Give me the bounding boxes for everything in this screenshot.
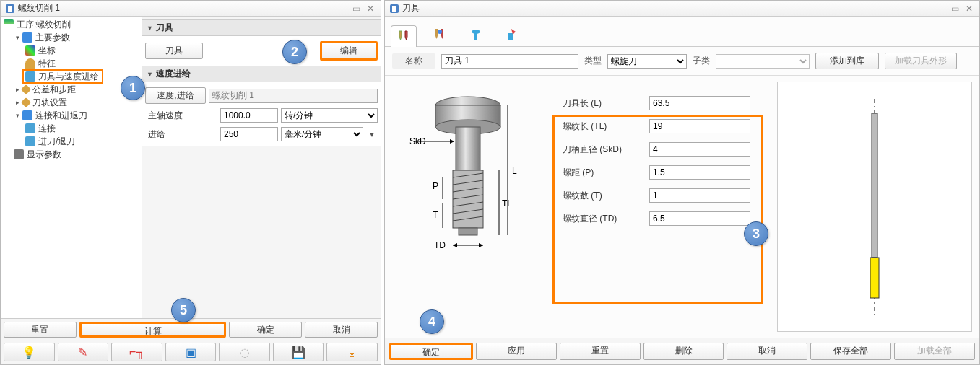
cancel-button[interactable]: 取消	[305, 322, 378, 338]
edit-button[interactable]: 编辑	[320, 41, 378, 61]
calculate-button[interactable]: 计算	[79, 322, 227, 338]
ok-button[interactable]: 确定	[229, 322, 302, 338]
reset-button[interactable]: 重置	[4, 322, 77, 338]
delete-button[interactable]: 删除	[643, 343, 724, 360]
callout-5: 5	[171, 298, 196, 322]
tool-name-input[interactable]	[441, 54, 578, 69]
chevron-down-icon[interactable]: ▾	[14, 34, 21, 41]
tool-preview	[777, 82, 972, 332]
left-titlebar: 螺纹切削 1 ▭ ✕	[1, 1, 381, 17]
feed-unit-select[interactable]: 毫米/分钟	[281, 127, 363, 141]
param-SkD-label: 刀柄直径 (SkD)	[563, 144, 649, 156]
svg-rect-18	[459, 228, 477, 235]
minimize-icon[interactable]: ▭	[350, 4, 362, 14]
folder-icon	[22, 110, 32, 120]
dim-T: T	[433, 210, 438, 220]
param-TL-input[interactable]	[649, 119, 750, 133]
toolpath-red-icon[interactable]: ⌐╖	[111, 343, 162, 361]
feature-icon	[25, 58, 35, 69]
speedfeed-button[interactable]: 速度,进给	[145, 87, 206, 104]
tab-head[interactable]	[463, 25, 489, 46]
add-to-lib-button[interactable]: 添加到库	[815, 53, 879, 69]
spindle-label: 主轴速度	[145, 110, 217, 122]
link-icon	[25, 123, 35, 133]
tree-tool-speed-feed[interactable]: 刀具与速度进给	[19, 70, 139, 83]
right-title: 刀具	[402, 2, 420, 14]
apply-button[interactable]: 应用	[476, 343, 557, 360]
param-P-input[interactable]	[649, 165, 750, 180]
section-tool[interactable]: 刀具	[142, 19, 381, 36]
param-TD-input[interactable]	[649, 211, 750, 226]
tree-in-out[interactable]: 进刀/退刀	[1, 135, 142, 148]
tree-coord[interactable]: 坐标	[1, 44, 142, 57]
doc-icon	[4, 19, 14, 30]
dim-L: L	[512, 166, 517, 176]
subtype-label: 子类	[693, 55, 710, 67]
param-L-label: 刀具长 (L)	[563, 97, 649, 110]
minimize-icon[interactable]: ▭	[949, 4, 961, 14]
tool-type-select[interactable]: 螺旋刀	[607, 54, 687, 69]
tool-params: 刀具长 (L) 螺纹长 (TL) 刀柄直径 (SkD) 螺距 (P) 螺纹数 (…	[563, 82, 773, 332]
load-shape-button: 加载刀具外形	[885, 53, 957, 69]
tool-top-row: 名称 类型 螺旋刀 子类 添加到库 加载刀具外形	[385, 47, 979, 76]
callout-2: 2	[282, 40, 307, 64]
export-icon[interactable]: ⭳	[326, 343, 378, 361]
edit-note-icon[interactable]: ✎	[58, 343, 109, 361]
display-icon	[14, 149, 24, 159]
chevron-right-icon[interactable]: ▸	[14, 99, 21, 106]
tree-display-params[interactable]: 显示参数	[1, 148, 142, 161]
tree-main-params[interactable]: ▾ 主要参数	[1, 31, 142, 44]
tree-toolpath-setup[interactable]: ▸ 刀轨设置	[1, 96, 142, 109]
callout-3: 3	[744, 221, 768, 246]
section-speedfeed[interactable]: 速度进给	[142, 66, 381, 82]
ok-button[interactable]: 确定	[389, 343, 473, 360]
tree-connect-inout[interactable]: ▾ 连接和进退刀	[1, 109, 142, 122]
close-icon[interactable]: ✕	[963, 4, 975, 14]
chevron-down-icon[interactable]: ▾	[14, 112, 21, 119]
tab-tool-main[interactable]	[391, 25, 417, 47]
cancel-button[interactable]: 取消	[727, 343, 807, 360]
param-T-input[interactable]	[649, 188, 750, 203]
axis-icon	[25, 45, 35, 56]
svg-rect-1	[8, 6, 12, 12]
load-all-button: 加载全部	[894, 343, 975, 360]
properties-pane: 刀具 刀具 编辑 速度进给 速度,进给 主轴速度 转/分钟	[142, 17, 381, 318]
left-footer: 重置 计算 确定 取消 💡 ✎ ⌐╖ ▣ ◌ 💾 ⭳	[1, 318, 381, 364]
speedfeed-icon	[25, 71, 35, 82]
callout-4: 4	[420, 309, 444, 334]
hint-icon[interactable]: 💡	[4, 343, 55, 361]
param-TD-label: 螺纹直径 (TD)	[563, 213, 649, 225]
left-title: 螺纹切削 1	[18, 2, 60, 14]
chevron-right-icon[interactable]: ▸	[14, 86, 21, 93]
close-icon[interactable]: ✕	[365, 4, 376, 14]
svg-rect-5	[508, 33, 513, 40]
sim-icon[interactable]: ▣	[165, 343, 217, 361]
tool-pair-icon	[396, 30, 411, 44]
svg-marker-26	[453, 243, 457, 247]
inout-icon	[25, 136, 35, 146]
tool-button[interactable]: 刀具	[145, 43, 203, 59]
save-all-button[interactable]: 保存全部	[810, 343, 891, 360]
reset-button[interactable]: 重置	[560, 343, 641, 360]
param-L-input[interactable]	[649, 96, 750, 110]
tool-diagram: L TL SkD P T TD	[392, 82, 558, 332]
tree-root[interactable]: 工序:螺纹切削	[1, 18, 142, 31]
right-titlebar: 刀具 ▭ ✕	[385, 1, 979, 17]
feed-input[interactable]	[220, 127, 278, 141]
dropdown-btn-icon[interactable]: ▾	[366, 129, 378, 139]
svg-rect-9	[456, 127, 480, 170]
tree-feature[interactable]: 特征	[1, 57, 142, 70]
tab-holder[interactable]	[427, 25, 453, 46]
save-icon[interactable]: 💾	[273, 343, 324, 361]
spindle-unit-select[interactable]: 转/分钟	[281, 108, 378, 123]
param-SkD-input[interactable]	[649, 142, 750, 157]
spindle-input[interactable]	[220, 108, 278, 123]
tab-assembly[interactable]	[499, 25, 525, 46]
svg-rect-30	[870, 258, 879, 298]
param-TL-label: 螺纹长 (TL)	[563, 120, 649, 133]
svg-rect-10	[453, 170, 483, 228]
tree-connect[interactable]: 连接	[1, 122, 142, 135]
svg-marker-27	[479, 243, 483, 247]
dim-P: P	[433, 181, 438, 191]
feed-label: 进给	[145, 128, 217, 141]
